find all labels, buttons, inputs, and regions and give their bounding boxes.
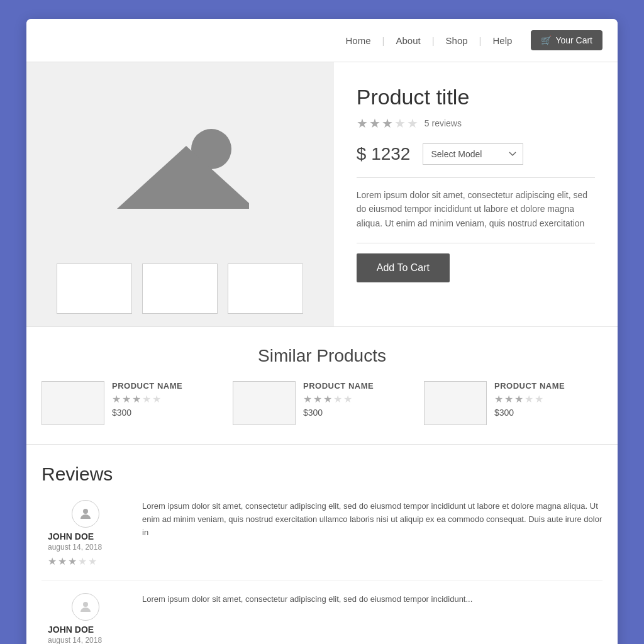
product-price: $ 1232	[357, 144, 411, 164]
similar-thumb-3[interactable]	[424, 381, 487, 425]
similar-name-2: PRODUCT NAME	[303, 381, 374, 391]
reviewer-col-1: JOHN DOE august 14, 2018 ★ ★ ★ ★ ★	[42, 500, 130, 567]
star-2: ★	[369, 116, 380, 131]
thumbnail-row	[57, 264, 303, 314]
similar-info-3: PRODUCT NAME ★ ★ ★ ★ ★ $300	[494, 381, 565, 418]
similar-stars-3: ★ ★ ★ ★ ★	[494, 393, 565, 405]
star-1: ★	[357, 116, 368, 131]
nav-about[interactable]: About	[384, 35, 431, 46]
model-select[interactable]: Select Model Model A Model B	[423, 143, 523, 165]
svg-point-4	[83, 602, 88, 607]
cart-button[interactable]: 🛒 Your Cart	[531, 30, 602, 50]
nav-home[interactable]: Home	[335, 35, 382, 46]
review-text-1: Lorem ipsum dolor sit amet, consectetur …	[142, 500, 602, 567]
similar-thumb-2[interactable]	[233, 381, 296, 425]
similar-stars-2: ★ ★ ★ ★ ★	[303, 393, 374, 405]
reviewer-name-1: JOHN DOE	[48, 531, 123, 541]
similar-price-1: $300	[112, 408, 182, 418]
divider-2	[357, 243, 595, 243]
review-text-2: Lorem ipsum dolor sit amet, consectetur …	[142, 593, 602, 644]
product-image-svg	[111, 114, 249, 215]
cart-icon: 🛒	[541, 35, 552, 45]
review-item-1: JOHN DOE august 14, 2018 ★ ★ ★ ★ ★ Lorem…	[42, 500, 602, 580]
product-details-column: Product title ★ ★ ★ ★ ★ 5 reviews $ 1232…	[334, 62, 618, 326]
thumbnail-2[interactable]	[142, 264, 218, 314]
similar-info-1: PRODUCT NAME ★ ★ ★ ★ ★ $300	[112, 381, 182, 418]
main-product-image	[45, 81, 315, 248]
add-to-cart-button[interactable]: Add To Cart	[357, 253, 450, 282]
similar-products-section: Similar Products PRODUCT NAME ★ ★ ★ ★ ★ …	[26, 326, 618, 444]
reviewer-avatar-1	[72, 500, 99, 528]
thumbnail-3[interactable]	[228, 264, 303, 314]
person-icon	[78, 506, 93, 521]
review-count: 5 reviews	[425, 118, 462, 128]
nav-shop[interactable]: Shop	[435, 35, 479, 46]
nav-help[interactable]: Help	[482, 35, 524, 46]
similar-item-3: PRODUCT NAME ★ ★ ★ ★ ★ $300	[424, 381, 602, 425]
divider-1	[357, 177, 595, 178]
similar-price-2: $300	[303, 408, 374, 418]
product-description: Lorem ipsum dolor sit amet, consectetur …	[357, 188, 595, 230]
cart-label: Your Cart	[555, 35, 592, 45]
svg-point-3	[83, 509, 88, 514]
similar-price-3: $300	[494, 408, 565, 418]
reviewer-date-1: august 14, 2018	[48, 543, 123, 552]
thumbnail-1[interactable]	[57, 264, 132, 314]
product-rating-row: ★ ★ ★ ★ ★ 5 reviews	[357, 116, 595, 131]
product-title: Product title	[357, 85, 595, 109]
person-icon-2	[78, 599, 93, 614]
reviewer-stars-1: ★ ★ ★ ★ ★	[48, 555, 123, 567]
similar-products-title: Similar Products	[42, 346, 602, 366]
navbar: Home | About | Shop | Help 🛒 Your Cart	[26, 19, 618, 62]
reviews-section: Reviews JOHN DOE august 14, 2018 ★ ★ ★	[26, 444, 618, 644]
reviewer-name-2: JOHN DOE	[48, 625, 123, 635]
similar-name-1: PRODUCT NAME	[112, 381, 182, 391]
page-container: Home | About | Shop | Help 🛒 Your Cart	[26, 19, 618, 644]
reviewer-date-2: august 14, 2018	[48, 636, 123, 644]
reviews-title: Reviews	[42, 464, 602, 485]
product-image-column	[26, 62, 334, 326]
similar-stars-1: ★ ★ ★ ★ ★	[112, 393, 182, 405]
reviewer-col-2: JOHN DOE august 14, 2018	[42, 593, 130, 644]
product-section: Product title ★ ★ ★ ★ ★ 5 reviews $ 1232…	[26, 62, 618, 326]
star-5: ★	[407, 116, 418, 131]
similar-info-2: PRODUCT NAME ★ ★ ★ ★ ★ $300	[303, 381, 374, 418]
star-4: ★	[394, 116, 406, 131]
price-model-row: $ 1232 Select Model Model A Model B	[357, 143, 595, 165]
nav-links: Home | About | Shop | Help	[335, 35, 524, 46]
reviewer-info-1: JOHN DOE august 14, 2018 ★ ★ ★ ★ ★	[48, 531, 123, 567]
similar-products-grid: PRODUCT NAME ★ ★ ★ ★ ★ $300 PRODUCT NAME	[42, 381, 602, 425]
similar-thumb-1[interactable]	[42, 381, 104, 425]
similar-name-3: PRODUCT NAME	[494, 381, 565, 391]
similar-item-1: PRODUCT NAME ★ ★ ★ ★ ★ $300	[42, 381, 220, 425]
product-stars: ★ ★ ★ ★ ★	[357, 116, 418, 131]
reviewer-avatar-2	[72, 593, 99, 621]
similar-item-2: PRODUCT NAME ★ ★ ★ ★ ★ $300	[233, 381, 411, 425]
star-3: ★	[382, 116, 393, 131]
review-item-2: JOHN DOE august 14, 2018 Lorem ipsum dol…	[42, 593, 602, 644]
reviewer-info-2: JOHN DOE august 14, 2018	[48, 625, 123, 644]
